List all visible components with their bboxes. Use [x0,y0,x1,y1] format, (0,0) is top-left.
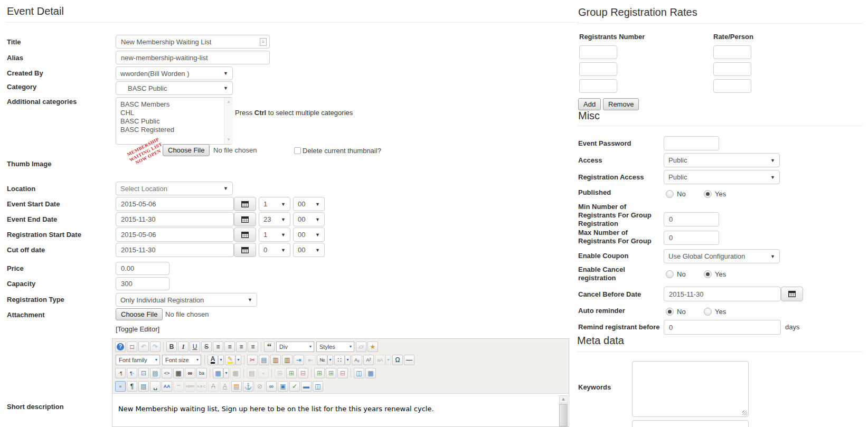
registrants-number-input-2[interactable] [579,62,617,76]
delete-col-icon[interactable]: ⊟ [337,368,348,378]
listbox-option[interactable]: CHL [120,109,223,117]
link-icon[interactable]: ∞ [266,381,277,392]
show-blocks-icon[interactable]: ¶ [127,381,137,392]
listbox-option[interactable]: BASC Registered [120,126,223,134]
short-description-content[interactable]: New Membership waiting list, Sign up her… [118,404,553,413]
merge-cells-icon[interactable]: ▦ [365,368,376,378]
event-start-date-calendar-button[interactable] [234,197,256,211]
event-password-input[interactable] [664,136,719,150]
delete-row-icon[interactable]: ⊟ [298,368,308,378]
align-left-button[interactable]: ≡ [236,341,247,352]
scroll-up-icon[interactable]: ▲ [224,98,233,106]
registration-start-calendar-button[interactable] [234,227,256,242]
alias-input[interactable]: new-membership-waiting-list [116,51,270,64]
horizontal-rule-button[interactable]: — [404,355,414,365]
event-end-date-input[interactable]: 2015-11-30 [116,212,234,226]
anchor-icon[interactable]: ⚓ [243,381,253,392]
special-character-button[interactable]: Ω [392,355,403,365]
spellcheck-icon[interactable]: ✓ [289,381,300,392]
highlight-color-button[interactable]: ✎ [225,355,235,365]
enable-coupon-select[interactable]: Use Global Configuration ▼ [664,249,780,263]
title-input[interactable]: New Membership Waiting List ≡ [116,35,270,49]
event-start-hour-select[interactable]: 1▼ [259,197,290,211]
created-by-select[interactable]: wworden(Bill Worden ) ▼ [116,67,233,80]
location-select[interactable]: Select Location ▼ [116,182,233,195]
enable-cancel-yes-radio[interactable] [704,270,712,278]
registration-start-date-input[interactable]: 2015-05-06 [116,227,234,242]
page-properties-icon[interactable]: ▤ [138,381,149,392]
published-yes-radio[interactable] [704,190,712,198]
attachment-choose-file-button[interactable]: Choose File [116,308,163,320]
subscript-button[interactable]: A₂ [352,355,362,365]
citation-icon[interactable]: “” [173,381,184,392]
deletion-icon[interactable]: A [208,381,219,392]
remind-before-input[interactable]: 0 [664,320,781,335]
access-select[interactable]: Public ▼ [664,153,780,167]
unlink-icon[interactable]: ⊘ [254,381,265,392]
max-group-input[interactable]: 0 [664,231,719,245]
print-icon[interactable]: ▦ [173,368,184,378]
category-select[interactable]: BASC Public ▼ [116,81,233,95]
registration-start-minute-select[interactable]: 00▼ [293,227,325,242]
remove-format-eraser-icon[interactable]: ▱ [356,341,366,352]
auto-reminder-no-radio[interactable] [666,308,674,316]
insert-table-icon[interactable]: ▦ [213,368,223,378]
style-props-icon[interactable]: ◫ [313,381,323,392]
bullet-list-button[interactable]: ∷ [334,355,345,365]
layer-icon[interactable]: ▬ [301,381,312,392]
cut-off-hour-select[interactable]: 0▼ [259,243,290,257]
remove-rate-button[interactable]: Remove [603,98,639,110]
insertion-icon[interactable]: A [220,381,230,392]
capacity-input[interactable]: 300 [116,277,169,290]
copy-icon[interactable]: ▤ [259,355,269,365]
event-end-hour-select[interactable]: 23▼ [259,212,290,226]
registrants-number-input-3[interactable] [579,79,617,93]
short-description-editor-area[interactable]: New Membership waiting list, Sign up her… [112,394,569,426]
toggle-editor-link[interactable]: [Toggle Editor] [116,325,159,333]
new-document-icon[interactable]: □ [127,341,137,352]
listbox-option[interactable]: BASC Public [120,117,223,126]
delete-table-icon[interactable]: ▦ [230,368,241,378]
preview-icon[interactable]: ▤ [150,368,161,378]
price-input[interactable]: 0.00 [116,262,169,275]
cleanup-broom-icon[interactable]: ★ [367,341,378,352]
event-end-minute-select[interactable]: 00▼ [293,212,325,226]
event-start-date-input[interactable]: 2015-05-06 [116,197,234,211]
event-end-date-calendar-button[interactable] [234,212,256,226]
language-icon[interactable]: ba [196,368,207,378]
cut-off-minute-select[interactable]: 00▼ [293,243,325,257]
help-icon[interactable]: ? [115,341,126,352]
text-color-arrow[interactable]: ▾ [218,355,224,365]
insert-table-arrow[interactable]: ▾ [223,368,229,378]
strikethrough-button[interactable]: S [201,341,212,352]
acronym-icon[interactable]: A.B.C. [196,381,207,392]
cell-properties-icon[interactable]: ▫ [258,368,269,378]
cancel-before-calendar-button[interactable] [781,287,803,301]
rate-person-input-2[interactable] [713,62,751,76]
title-field-icon[interactable]: ≡ [260,38,267,46]
redo-icon[interactable]: ↷ [150,341,161,352]
image-icon[interactable]: ▣ [278,381,288,392]
ordered-list-arrow[interactable]: ▾ [327,355,333,365]
listbox-scrollbar[interactable]: ▲ ▼ [224,98,233,144]
rate-person-input-1[interactable] [713,45,751,59]
div-format-select[interactable]: Div▾ [276,341,314,352]
additional-categories-listbox[interactable]: BASC MembersCHLBASC PublicBASC Registere… [116,97,233,145]
auto-reminder-yes-radio[interactable] [704,308,712,316]
bullet-list-arrow[interactable]: ▾ [345,355,351,365]
scrollbar-thumb[interactable] [559,404,568,426]
underline-button[interactable]: U [190,341,200,352]
editor-scrollbar[interactable]: ▲ [559,395,568,426]
split-cells-icon[interactable]: ◫ [354,368,364,378]
registration-start-hour-select[interactable]: 1▼ [259,227,290,242]
font-family-select[interactable]: Font family▾ [116,355,160,365]
align-right-button[interactable]: ≡ [248,341,258,352]
paste-as-text-icon[interactable]: ▥ [282,355,293,365]
superscript-button[interactable]: A² [363,355,374,365]
ordered-list-button[interactable]: № [317,355,327,365]
abbreviation-icon[interactable]: ABBR [185,381,195,392]
styles-select[interactable]: Styles▾ [316,341,354,352]
cancel-before-date-input[interactable]: 2015-11-30 [664,287,781,301]
insert-row-after-icon[interactable]: ⊞ [286,368,297,378]
source-code-icon[interactable]: <> [162,368,172,378]
